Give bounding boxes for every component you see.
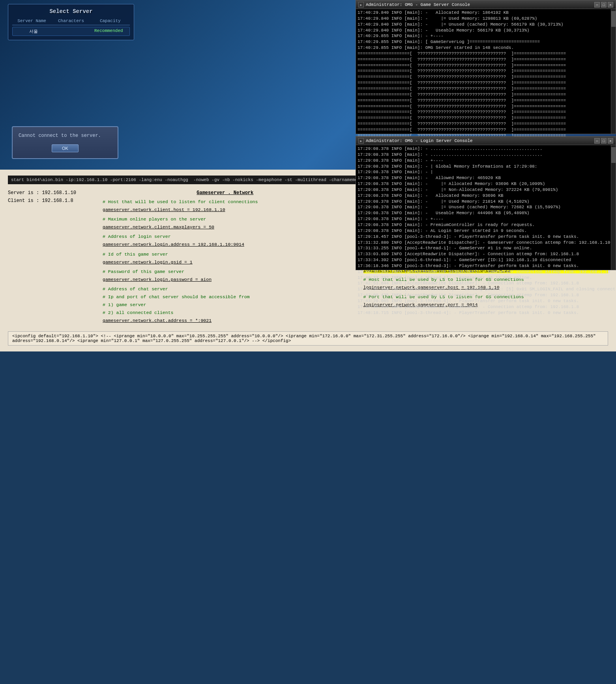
server-table-header: Server Name Characters Capacity (12, 19, 130, 25)
login-console-icon: ▶ (358, 138, 364, 144)
xml-section: <ipconfig default="192.168.1.10"> <!-- <… (8, 331, 608, 346)
gameserver-network-section: Gameserver . Network # Host that will be… (103, 190, 348, 325)
chat-comment2: # Ip and port of chat server should be a… (103, 294, 348, 300)
server-chars-cell (52, 28, 90, 34)
host-value: gameserver.network.client.host = 192.168… (103, 207, 348, 213)
game-server-console: ▶ Administrator: OMG - Game Server Conso… (356, 0, 616, 134)
game-console-controls: ─ □ ✕ (594, 2, 613, 7)
chat-value: gameserver.network.chat.address = *:9021 (103, 318, 348, 324)
gsid-value: gameserver.network.login.gsid = 1 (103, 259, 348, 265)
chat-comment3: # 1) game server (103, 302, 348, 308)
chat-comment4: # 2) all connected clients (103, 310, 348, 316)
xml-content: <ipconfig default="192.168.1.10"> <!-- <… (8, 331, 608, 346)
top-section: Select Server Server Name Characters Cap… (0, 0, 616, 170)
col-capacity: Capacity (91, 19, 130, 23)
host-comment: # Host that will be used to listen for c… (103, 199, 348, 205)
minimize-button[interactable]: ─ (594, 2, 600, 7)
server-row[interactable]: 서울 Recommended (12, 27, 130, 36)
maximize-button[interactable]: □ (601, 2, 607, 7)
chat-comment1: # Address of chat server (103, 286, 348, 292)
login-console-content: 17:29:08.378 INFO [main]: - ............… (356, 145, 616, 316)
password-value: gameserver.network.login.password = aion (103, 277, 348, 283)
cannot-connect-dialog: Cannot connect to the server. OK (12, 126, 118, 159)
select-server-panel: Select Server Server Name Characters Cap… (8, 4, 134, 40)
close-button[interactable]: ✕ (608, 2, 613, 7)
select-server-title: Select Server (12, 8, 130, 15)
login-console-scrollbar[interactable] (611, 145, 616, 270)
game-console-titlebar: ▶ Administrator: OMG - Game Server Conso… (356, 0, 616, 9)
dialog-message: Cannot connect to the server. (19, 133, 112, 138)
maxplayers-value: gameserver.network.client.maxplayers = 5… (103, 224, 348, 230)
login-console-controls: ─ □ ✕ (594, 138, 613, 144)
gameserver-network-title: Gameserver . Network (103, 190, 348, 196)
left-info: Server is : 192.168.1.10 Client is : 192… (8, 190, 95, 325)
server-is: Server is : 192.168.1.10 (8, 190, 95, 196)
gsid-comment: # Id of this game server (103, 251, 348, 258)
login-maximize-button[interactable]: □ (601, 138, 607, 144)
client-is: Client is : 192.168.1.8 (8, 198, 95, 204)
game-console-title: ▶ Administrator: OMG - Game Server Conso… (358, 2, 470, 7)
login-scrollbar-thumb (611, 147, 616, 163)
dialog-ok-button[interactable]: OK (52, 144, 79, 152)
login-console-title: ▶ Administrator: OMG - Login Server Cons… (358, 138, 473, 144)
login-value: gameserver.network.login.address = 192.1… (103, 241, 348, 248)
server-capacity-cell: Recommended (90, 28, 127, 34)
console-icon: ▶ (358, 2, 364, 7)
game-console-scrollbar[interactable] (611, 9, 616, 134)
col-server-name: Server Name (12, 19, 51, 23)
password-comment: # Password of this game server (103, 269, 348, 275)
login-comment: # Address of login server (103, 234, 348, 240)
login-console-titlebar: ▶ Administrator: OMG - Login Server Cons… (356, 136, 616, 145)
game-scrollbar-thumb (611, 11, 616, 27)
login-server-console: ▶ Administrator: OMG - Login Server Cons… (356, 136, 616, 270)
server-name-cell: 서울 (15, 28, 52, 34)
col-characters: Characters (51, 19, 90, 23)
login-minimize-button[interactable]: ─ (594, 138, 600, 144)
login-close-button[interactable]: ✕ (608, 138, 613, 144)
maxplayers-comment: # Maximum online players on the server (103, 216, 348, 222)
